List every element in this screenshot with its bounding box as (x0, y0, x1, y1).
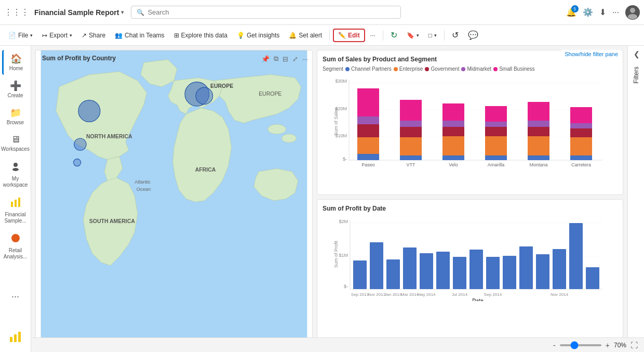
svg-text:Nov 2013: Nov 2013 (368, 292, 386, 297)
svg-rect-91 (469, 250, 483, 289)
legend-government: Government (425, 66, 459, 72)
svg-rect-72 (570, 123, 592, 128)
fit-page-button[interactable]: ⛶ (630, 341, 638, 349)
chevron-down-icon: ▾ (70, 33, 72, 38)
profit-chart-title: Sum of Profit by Date (323, 205, 618, 212)
legend-enterprise: Enterprise (394, 66, 423, 72)
get-insights-button[interactable]: 💡 Get insights (233, 30, 284, 41)
refresh-button[interactable]: ↻ (386, 28, 401, 42)
comment-button[interactable]: 💬 (464, 28, 482, 42)
more-options-button[interactable]: ··· (612, 8, 619, 17)
reset-button[interactable]: ↺ (448, 28, 463, 42)
sidebar-item-retail[interactable]: Retail Analysis... (2, 229, 29, 263)
svg-rect-69 (570, 155, 592, 160)
svg-point-0 (630, 8, 635, 13)
filter-panel[interactable]: ❮ Filters (627, 46, 644, 352)
svg-rect-58 (485, 136, 507, 155)
sales-chart-box: Sum of Sales by Product and Segment Segm… (317, 50, 623, 195)
svg-text:Sum of Sales: Sum of Sales (333, 108, 339, 136)
svg-rect-95 (536, 254, 549, 289)
avatar[interactable] (625, 5, 640, 20)
right-panel: Sum of Sales by Product and Segment Segm… (317, 50, 623, 348)
svg-text:EUROPE: EUROPE (259, 91, 281, 97)
svg-rect-39 (357, 154, 379, 160)
map-more-button[interactable]: ··· (301, 54, 309, 64)
map-pin-button[interactable]: 📌 (260, 54, 271, 64)
file-button[interactable]: 📄 File ▾ (4, 30, 37, 41)
svg-text:Paseo: Paseo (361, 162, 375, 167)
share-button[interactable]: ↗ Share (77, 30, 110, 41)
svg-rect-6 (18, 198, 20, 207)
map-panel: Sum of Profit by Country 📌 ⧉ ⊟ ⤢ ··· (35, 50, 313, 348)
notifications-button[interactable]: 🔔 5 (566, 7, 576, 17)
svg-rect-49 (400, 100, 422, 121)
chevron-down-icon[interactable]: ▾ (121, 9, 124, 15)
svg-rect-46 (400, 137, 422, 155)
view-button[interactable]: □ ▾ (424, 30, 441, 41)
bookmark-button[interactable]: 🔖 ▾ (403, 30, 423, 41)
map-filter-button[interactable]: ⊟ (281, 54, 289, 64)
sidebar-item-home[interactable]: 🏠 Home (2, 50, 29, 75)
zoom-slider[interactable] (560, 344, 601, 346)
zoom-percent: 70% (614, 342, 626, 349)
edit-button[interactable]: ✏️ Edit (333, 29, 365, 42)
svg-text:Mar 2014: Mar 2014 (401, 292, 419, 297)
svg-rect-42 (357, 116, 379, 124)
show-hide-filter-button[interactable]: Show/hide filter pane (561, 50, 621, 58)
svg-rect-98 (586, 267, 599, 289)
svg-rect-87 (403, 247, 417, 289)
sidebar: 🏠 Home ➕ Create 📁 Browse 🖥 Workspaces My… (0, 46, 31, 352)
svg-rect-96 (553, 249, 566, 289)
share-icon: ↗ (82, 32, 87, 39)
svg-text:$2M: $2M (339, 219, 348, 224)
search-input[interactable] (147, 8, 395, 16)
sidebar-item-create[interactable]: ➕ Create (2, 77, 29, 102)
svg-point-23 (74, 159, 81, 166)
explore-data-button[interactable]: ⊞ Explore this data (170, 30, 232, 41)
svg-rect-53 (442, 127, 464, 136)
sidebar-more-button[interactable]: ··· (2, 288, 29, 305)
svg-rect-48 (400, 121, 422, 127)
svg-rect-97 (569, 223, 583, 289)
set-alert-button[interactable]: 🔔 Set alert (285, 30, 326, 41)
zoom-plus-button[interactable]: + (606, 341, 610, 349)
svg-rect-4 (11, 202, 13, 207)
chevron-down-icon: ▾ (434, 33, 437, 38)
svg-rect-89 (436, 252, 450, 289)
svg-rect-67 (528, 102, 549, 121)
chevron-down-icon: ▾ (417, 33, 419, 38)
svg-text:May 2014: May 2014 (417, 292, 436, 297)
map-controls: 📌 ⧉ ⊟ ⤢ ··· (260, 54, 309, 64)
settings-button[interactable]: ⚙️ (583, 7, 593, 17)
export-button[interactable]: ↦ Export ▾ (38, 30, 76, 41)
sidebar-item-my-workspace[interactable]: My workspace (2, 158, 29, 191)
download-button[interactable]: ⬇ (599, 7, 606, 17)
zoom-bar: - + 70% ⛶ (31, 337, 644, 352)
top-nav: ⋮⋮⋮ Financial Sample Report ▾ 🔍 🔔 5 ⚙️ ⬇… (0, 0, 644, 25)
app-title: Financial Sample Report ▾ (34, 8, 124, 17)
zoom-minus-button[interactable]: - (553, 341, 556, 349)
svg-text:Jan 2014: Jan 2014 (385, 292, 402, 297)
chevron-down-icon: ▾ (30, 33, 33, 38)
collapse-icon[interactable]: ❮ (634, 50, 640, 58)
svg-point-1 (628, 14, 637, 19)
svg-text:Montana: Montana (529, 162, 547, 167)
home-icon: 🏠 (10, 53, 22, 64)
svg-text:Jul 2014: Jul 2014 (452, 292, 468, 297)
map-copy-button[interactable]: ⧉ (273, 54, 279, 64)
content-area: Sum of Profit by Country 📌 ⧉ ⊟ ⤢ ··· (31, 46, 644, 352)
sidebar-item-workspaces[interactable]: 🖥 Workspaces (2, 131, 29, 155)
svg-rect-66 (528, 121, 549, 127)
sidebar-item-browse[interactable]: 📁 Browse (2, 104, 29, 129)
svg-text:SOUTH AMERICA: SOUTH AMERICA (89, 218, 135, 224)
legend-channel: Channel Partners (345, 66, 392, 72)
profit-chart-box: Sum of Profit by Date $2M $1M $- Sum of … (317, 199, 623, 344)
map-expand-button[interactable]: ⤢ (291, 54, 299, 64)
svg-text:EUROPE: EUROPE (210, 83, 233, 89)
chat-teams-button[interactable]: 👥 Chat in Teams (111, 30, 168, 41)
search-bar[interactable]: 🔍 (131, 6, 401, 19)
svg-point-22 (74, 138, 86, 150)
svg-text:Sep 2013: Sep 2013 (351, 292, 369, 297)
more-toolbar-button[interactable]: ··· (366, 30, 380, 41)
sidebar-item-financial[interactable]: Financial Sample... (2, 193, 29, 227)
